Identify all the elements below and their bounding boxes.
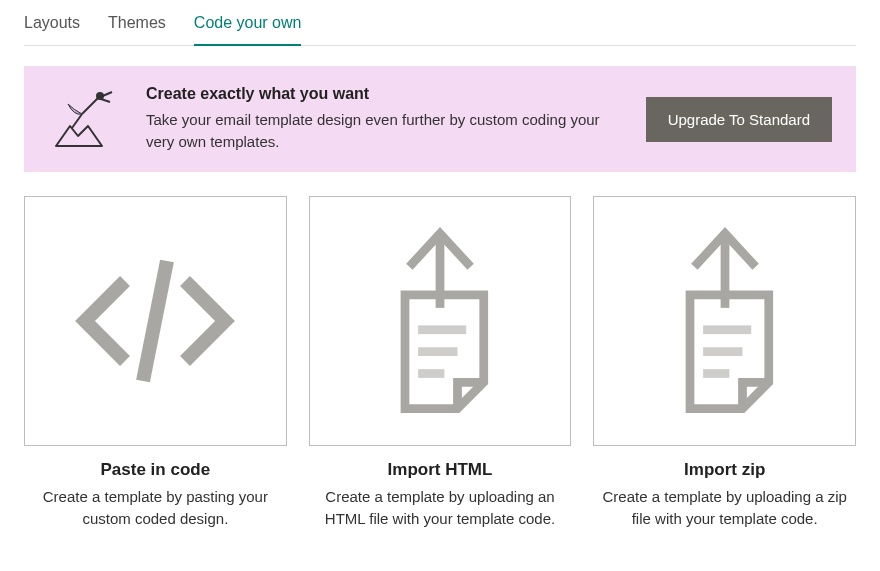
banner-text: Create exactly what you want Take your e… [146, 85, 628, 153]
banner-illustration-icon [48, 84, 128, 154]
upgrade-banner: Create exactly what you want Take your e… [24, 66, 856, 172]
card-paste-in-code[interactable]: Paste in code Create a template by pasti… [24, 196, 287, 530]
code-icon [55, 231, 255, 411]
card-import-zip[interactable]: Import zip Create a template by uploadin… [593, 196, 856, 530]
card-title: Import zip [593, 460, 856, 480]
upload-file-icon [370, 221, 510, 421]
svg-line-1 [143, 261, 167, 381]
card-title: Import HTML [309, 460, 572, 480]
card-image [309, 196, 572, 446]
card-image [593, 196, 856, 446]
card-row: Paste in code Create a template by pasti… [24, 196, 856, 530]
card-image [24, 196, 287, 446]
card-desc: Create a template by uploading an HTML f… [309, 486, 572, 530]
card-desc: Create a template by pasting your custom… [24, 486, 287, 530]
svg-rect-4 [418, 347, 457, 356]
svg-rect-9 [703, 369, 729, 378]
svg-rect-8 [703, 347, 742, 356]
tab-layouts[interactable]: Layouts [24, 4, 80, 46]
banner-body: Take your email template design even fur… [146, 109, 628, 153]
tab-themes[interactable]: Themes [108, 4, 166, 46]
svg-rect-5 [418, 369, 444, 378]
upload-file-icon [655, 221, 795, 421]
svg-rect-3 [418, 325, 466, 334]
upgrade-button[interactable]: Upgrade To Standard [646, 97, 832, 142]
banner-title: Create exactly what you want [146, 85, 628, 103]
card-title: Paste in code [24, 460, 287, 480]
tab-code-your-own[interactable]: Code your own [194, 4, 302, 46]
tab-bar: Layouts Themes Code your own [24, 0, 856, 46]
svg-rect-7 [703, 325, 751, 334]
card-import-html[interactable]: Import HTML Create a template by uploadi… [309, 196, 572, 530]
card-desc: Create a template by uploading a zip fil… [593, 486, 856, 530]
